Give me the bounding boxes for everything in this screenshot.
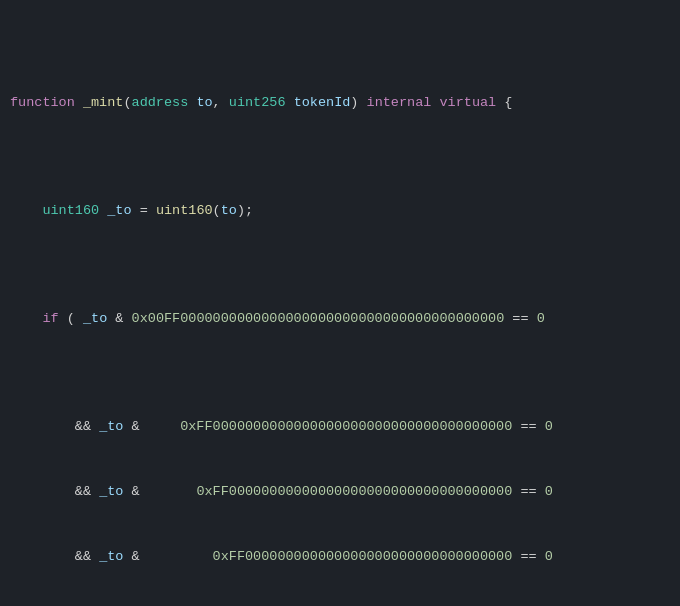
code-line-1: function _mint(address to, uint256 token… (0, 92, 680, 114)
code-line-2: uint160 _to = uint160(to); (0, 200, 680, 222)
code-line-3: if ( _to & 0x00FF00000000000000000000000… (0, 308, 680, 330)
keyword-function: function (10, 92, 75, 114)
fn-name: _mint (83, 92, 124, 114)
code-editor: function _mint(address to, uint256 token… (0, 0, 680, 606)
code-line-5: && _to & 0xFF000000000000000000000000000… (0, 481, 680, 503)
code-line-6: && _to & 0xFF000000000000000000000000000… (0, 546, 680, 568)
code-line-4: && _to & 0xFF000000000000000000000000000… (0, 416, 680, 438)
